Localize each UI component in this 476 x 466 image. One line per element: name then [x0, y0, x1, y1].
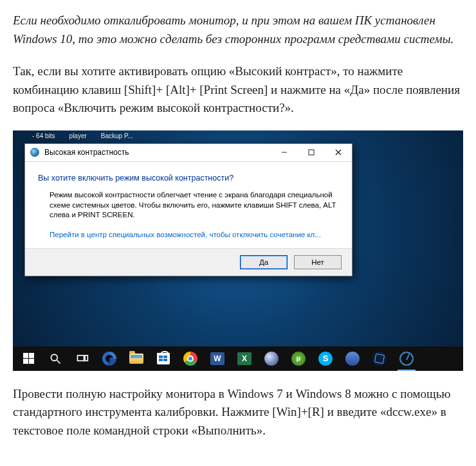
yes-button[interactable]: Да [240, 255, 288, 269]
svg-rect-6 [78, 355, 84, 361]
article-paragraph-steps: Так, если вы хотите активировать опцию «… [13, 62, 463, 118]
ccleaner-icon [345, 352, 360, 366]
minimize-button[interactable] [271, 144, 298, 161]
high-contrast-dialog: Высокая контрастность Вы хотите включить… [24, 143, 352, 277]
article-paragraph-intro: Если необходимо откалибровать монитор, и… [13, 12, 463, 48]
task-view-icon [76, 352, 89, 365]
network-icon [372, 352, 387, 366]
palemoon-button[interactable] [259, 346, 284, 371]
edge-icon [102, 352, 116, 366]
dialog-titlebar[interactable]: Высокая контрастность [25, 144, 352, 162]
running-app-label: - 64 bits [32, 131, 55, 141]
clock-app-button[interactable] [394, 346, 419, 371]
dialog-question: Вы хотите включить режим высокой контрас… [38, 172, 339, 184]
excel-icon: X [237, 352, 252, 365]
svg-point-4 [51, 354, 57, 361]
close-button[interactable] [325, 144, 352, 161]
folder-icon [129, 354, 143, 364]
no-button[interactable]: Нет [294, 255, 342, 269]
excel-button[interactable]: X [232, 346, 257, 371]
file-explorer-button[interactable] [124, 346, 149, 371]
utorrent-icon: µ [291, 352, 306, 366]
dialog-button-row: Да Нет [25, 248, 352, 276]
task-view-button[interactable] [69, 346, 95, 371]
windows-screenshot: - 64 bits player Backup P... Высокая кон… [13, 130, 463, 371]
running-app-label: Backup P... [101, 131, 133, 141]
start-button[interactable] [15, 346, 41, 371]
dialog-title-text: Высокая контрастность [44, 147, 129, 158]
chrome-button[interactable] [178, 346, 203, 371]
taskbar: W X µ S [13, 346, 463, 371]
dialog-description: Режим высокой контрастности облегчает чт… [50, 190, 339, 220]
palemoon-icon [264, 352, 279, 366]
word-button[interactable]: W [205, 346, 230, 371]
edge-button[interactable] [96, 346, 122, 371]
search-icon [49, 352, 62, 365]
store-icon [157, 353, 170, 364]
utorrent-button[interactable]: µ [286, 346, 311, 371]
chrome-icon [183, 352, 197, 366]
globe-icon [30, 148, 39, 157]
store-button[interactable] [151, 346, 176, 371]
windows-logo-icon [23, 353, 34, 364]
running-apps-strip: - 64 bits player Backup P... [13, 130, 463, 142]
dialog-link[interactable]: Перейти в центр специальных возможностей… [50, 229, 339, 240]
search-button[interactable] [42, 346, 68, 371]
skype-icon: S [318, 352, 333, 366]
article-paragraph-calibrate: Провести полную настройку монитора в Win… [13, 385, 463, 440]
svg-line-5 [57, 360, 60, 363]
skype-button[interactable]: S [313, 346, 338, 371]
word-icon: W [210, 352, 224, 365]
svg-rect-1 [309, 150, 314, 155]
ccleaner-button[interactable] [340, 346, 365, 371]
network-app-button[interactable] [367, 346, 392, 371]
svg-rect-7 [85, 355, 87, 361]
running-app-label: player [69, 131, 87, 141]
maximize-button[interactable] [298, 144, 325, 161]
clock-gauge-icon [399, 352, 414, 366]
